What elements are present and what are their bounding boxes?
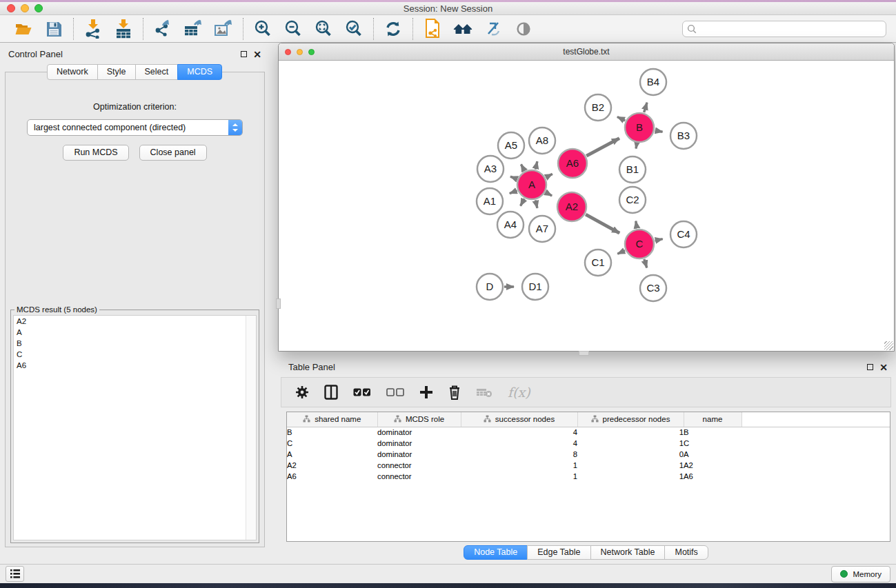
tab-motifs[interactable]: Motifs [664, 545, 708, 560]
cell[interactable]: 1 [577, 427, 684, 438]
table-row[interactable]: A2connector11A2 [287, 460, 890, 471]
column-header-name[interactable]: name [684, 412, 741, 427]
graph-edge-B-B1[interactable] [636, 143, 637, 149]
network-minimize-icon[interactable] [297, 49, 303, 55]
settings-gear-icon[interactable] [295, 385, 309, 399]
task-history-button[interactable] [6, 566, 24, 582]
zoom-in-icon[interactable] [253, 19, 272, 39]
graph-node-B[interactable]: B [625, 113, 654, 142]
cell[interactable]: connector [377, 471, 461, 482]
split-divider-handle-horizontal[interactable] [579, 351, 589, 356]
cell[interactable]: C [684, 438, 741, 449]
float-table-panel-icon[interactable] [867, 364, 873, 370]
cell[interactable]: 0 [577, 449, 684, 460]
cell[interactable]: 4 [461, 438, 577, 449]
maximize-window-icon[interactable] [34, 4, 43, 12]
open-session-icon[interactable] [14, 19, 33, 39]
graph-edge-B-B2[interactable] [617, 116, 625, 121]
mcds-result-list[interactable]: A2ABCA6 [13, 315, 257, 540]
graph-node-A6[interactable]: A6 [558, 149, 587, 178]
graph-edge-A6-B[interactable] [586, 139, 619, 156]
graph-edge-A-A2[interactable] [546, 192, 552, 196]
cell[interactable]: 8 [461, 449, 577, 460]
graph-node-B3[interactable]: B3 [670, 123, 697, 149]
cell[interactable]: 1 [461, 460, 577, 471]
graph-edge-A2-C[interactable] [586, 214, 619, 233]
cell[interactable]: dominator [377, 438, 461, 449]
function-builder-icon[interactable]: f(x) [508, 385, 530, 400]
graph-edge-A-A4[interactable] [521, 199, 525, 205]
graph-node-B1[interactable]: B1 [619, 156, 646, 183]
cell[interactable]: 4 [461, 427, 577, 438]
graph-node-A5[interactable]: A5 [498, 132, 524, 159]
column-header-shared-name[interactable]: shared name [287, 412, 377, 427]
export-table-icon[interactable] [183, 19, 203, 39]
graph-node-B4[interactable]: B4 [640, 69, 666, 95]
tab-edge-table[interactable]: Edge Table [527, 545, 590, 560]
graph-edge-A-A7[interactable] [535, 200, 537, 207]
tab-network[interactable]: Network [47, 64, 98, 80]
graph-node-A4[interactable]: A4 [497, 212, 524, 238]
column-header-predecessor-nodes[interactable]: predecessor nodes [577, 412, 684, 427]
cell[interactable]: B [287, 427, 377, 438]
mcds-result-item[interactable]: B [14, 338, 256, 349]
close-panel-icon[interactable]: ✕ [253, 51, 261, 58]
graph-edge-C-C4[interactable] [655, 239, 662, 241]
mcds-result-item[interactable]: C [14, 349, 256, 360]
graph-node-D1[interactable]: D1 [522, 274, 548, 300]
zoom-out-icon[interactable] [283, 19, 303, 39]
graph-edge-C-C2[interactable] [636, 221, 637, 229]
network-canvas[interactable]: B4B2BB3A5A8A6B1A3AA1C2A4A7A2C4CC1C3DD1 [279, 61, 894, 351]
select-all-rows-icon[interactable] [353, 388, 371, 397]
add-column-icon[interactable] [419, 385, 433, 399]
tab-mcds[interactable]: MCDS [177, 64, 222, 80]
memory-button[interactable]: Memory [831, 566, 890, 582]
cell[interactable]: A [287, 449, 377, 460]
table-row[interactable]: A6connector11A6 [287, 471, 890, 482]
mcds-result-item[interactable]: A [14, 327, 256, 338]
hide-graphics-details-icon[interactable] [484, 19, 503, 39]
cell[interactable]: dominator [377, 449, 461, 460]
close-panel-button[interactable]: Close panel [139, 145, 207, 161]
node-table[interactable]: shared nameMCDS rolesuccessor nodesprede… [286, 412, 890, 542]
split-divider-handle-vertical[interactable] [276, 298, 281, 309]
optimization-criterion-dropdown[interactable]: largest connected component (directed) [27, 119, 243, 136]
graph-edge-B-B3[interactable] [655, 130, 663, 132]
search-input[interactable] [682, 21, 886, 37]
export-network-icon[interactable] [153, 19, 172, 39]
cell[interactable]: C [287, 438, 377, 449]
graph-node-C3[interactable]: C3 [640, 275, 666, 301]
graph-edge-A-A6[interactable] [546, 174, 552, 177]
graph-edge-A-A1[interactable] [510, 190, 517, 193]
graph-edge-A-A5[interactable] [521, 164, 524, 170]
export-image-icon[interactable] [214, 19, 233, 39]
toggle-views-icon[interactable] [514, 19, 533, 39]
column-header-mcds-role[interactable]: MCDS role [377, 412, 461, 427]
delete-table-icon[interactable] [476, 387, 492, 398]
cell[interactable]: 1 [577, 438, 684, 449]
table-row[interactable]: Adominator80A [287, 449, 890, 460]
minimize-window-icon[interactable] [21, 4, 29, 12]
mcds-result-item[interactable]: A6 [14, 360, 256, 371]
graph-node-A[interactable]: A [517, 170, 546, 199]
graph-node-C4[interactable]: C4 [670, 221, 697, 247]
tab-node-table[interactable]: Node Table [464, 545, 528, 560]
tab-style[interactable]: Style [97, 64, 136, 80]
import-network-icon[interactable] [83, 19, 103, 39]
cell[interactable]: A2 [684, 460, 741, 471]
mcds-result-item[interactable]: A2 [14, 316, 256, 327]
table-row[interactable]: Cdominator41C [287, 438, 890, 449]
graph-node-C[interactable]: C [625, 230, 654, 258]
network-maximize-icon[interactable] [308, 49, 315, 55]
home-icon[interactable] [453, 19, 472, 39]
graph-node-C1[interactable]: C1 [585, 250, 611, 276]
close-window-icon[interactable] [7, 4, 15, 12]
tab-select[interactable]: Select [135, 64, 179, 80]
zoom-fit-icon[interactable] [314, 19, 333, 39]
graph-edge-C-C1[interactable] [617, 250, 625, 254]
import-table-icon[interactable] [114, 19, 133, 39]
graph-node-A1[interactable]: A1 [477, 188, 503, 214]
cell[interactable]: 1 [577, 460, 684, 471]
graph-node-A3[interactable]: A3 [477, 156, 504, 182]
cell[interactable]: A [684, 449, 741, 460]
